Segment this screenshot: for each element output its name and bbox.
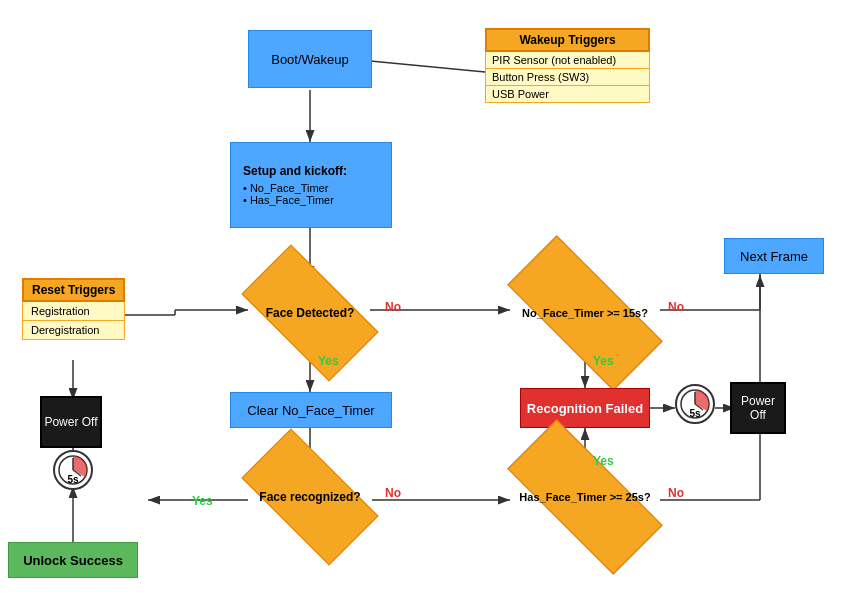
reset-trigger-item-1: Registration [22,302,125,321]
face-detected-no-label: No [385,300,401,314]
wakeup-trigger-item-3: USB Power [485,86,650,103]
setup-kickoff-box: Setup and kickoff: • No_Face_Timer • Has… [230,142,392,228]
setup-kickoff-title: Setup and kickoff: [243,164,347,178]
svg-line-3 [360,60,485,72]
no-face-timer-no-label: No [668,300,684,314]
timer-5s-right: 5s [675,384,715,424]
power-off-left-box: Power Off [40,396,102,448]
power-off-right-box: Power Off [730,382,786,434]
wakeup-triggers-group: Wakeup Triggers PIR Sensor (not enabled)… [485,28,650,103]
reset-trigger-item-2: Deregistration [22,321,125,340]
face-recognized-no-label: No [385,486,401,500]
timer-5s-right-label: 5s [689,408,700,419]
no-face-timer-yes-label: Yes [593,354,614,368]
recognition-failed-box: Recognition Failed [520,388,650,428]
setup-kickoff-item2: • Has_Face_Timer [243,194,334,206]
boot-wakeup-box: Boot/Wakeup [248,30,372,88]
connectors [0,0,850,610]
face-recognized-diamond: Face recognized? [248,462,372,532]
no-face-timer-diamond: No_Face_Timer >= 15s? [510,278,660,348]
has-face-timer-yes-label: Yes [593,454,614,468]
has-face-timer-no-label: No [668,486,684,500]
face-detected-diamond: Face Detected? [248,278,372,348]
wakeup-trigger-item-2: Button Press (SW3) [485,69,650,86]
unlock-success-box: Unlock Success [8,542,138,578]
wakeup-trigger-header: Wakeup Triggers [485,28,650,52]
timer-5s-left: 5s [53,450,93,490]
timer-5s-left-label: 5s [67,474,78,485]
clear-timer-box: Clear No_Face_Timer [230,392,392,428]
reset-trigger-header: Reset Triggers [22,278,125,302]
wakeup-trigger-item-1: PIR Sensor (not enabled) [485,52,650,69]
face-detected-yes-label: Yes [318,354,339,368]
has-face-timer-diamond: Has_Face_Timer >= 25s? [510,462,660,532]
diagram-container: Wakeup Triggers PIR Sensor (not enabled)… [0,0,850,610]
face-recognized-yes-label: Yes [192,494,213,508]
setup-kickoff-item1: • No_Face_Timer [243,182,328,194]
reset-triggers-group: Reset Triggers Registration Deregistrati… [22,278,125,340]
next-frame-box: Next Frame [724,238,824,274]
